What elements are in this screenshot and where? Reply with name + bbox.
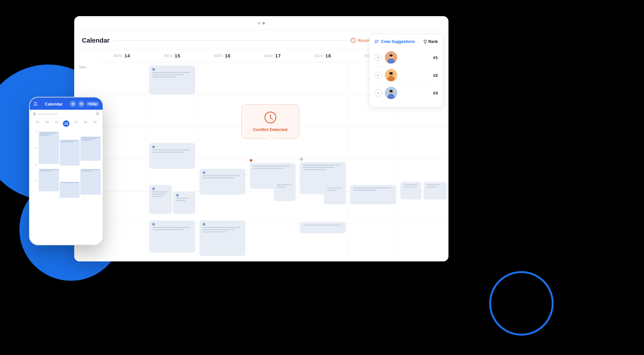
- phone-day-col-3: [80, 130, 101, 239]
- conflict-popup[interactable]: Conflict Detected: [241, 104, 299, 139]
- event-line: [353, 190, 377, 191]
- phone-event-2[interactable]: [39, 169, 59, 191]
- phone-event-5[interactable]: [80, 137, 101, 161]
- day-column-17: Conflict Detected: [248, 62, 298, 259]
- event-card-19-1[interactable]: [350, 185, 396, 204]
- crew-row-3: + #3: [375, 84, 438, 102]
- phone-day-18[interactable]: 18: [81, 120, 90, 127]
- phone-title: Calendar: [45, 102, 63, 107]
- svg-point-16: [389, 72, 393, 75]
- event-card-15-4[interactable]: [173, 191, 195, 214]
- time-label-3am: 3am: [74, 62, 97, 95]
- p-e-line: [40, 169, 58, 170]
- p-e-line: [40, 134, 54, 134]
- crew-avatar-3: [385, 87, 397, 99]
- p-e-line: [81, 169, 100, 170]
- phone-day-16-active[interactable]: 16: [62, 120, 71, 127]
- phone-day-num-17: 17: [74, 120, 77, 124]
- phone-badge-m[interactable]: M: [70, 101, 76, 107]
- rank-label-text: Rank: [428, 39, 438, 44]
- event-line: [427, 184, 440, 185]
- crew-row-1: + #1: [375, 48, 438, 66]
- p-e-line: [40, 171, 52, 171]
- event-line: [253, 166, 291, 167]
- svg-point-1: [353, 41, 354, 42]
- crew-suggestions-icon: [375, 39, 379, 44]
- day-header-month-18: NOV: [315, 54, 323, 58]
- crew-add-btn-1[interactable]: +: [375, 54, 382, 61]
- conflict-detected-label: Conflict Detected: [253, 127, 287, 132]
- p-e-line: [61, 140, 79, 141]
- event-card-20-2[interactable]: [424, 182, 447, 199]
- phone-today-badge[interactable]: Today: [86, 102, 99, 106]
- event-line: [303, 225, 341, 226]
- svg-point-9: [375, 40, 377, 42]
- phone-day-15[interactable]: 15: [52, 120, 61, 127]
- phone-week-bar: 13 14 15 16 17 18 19: [30, 118, 103, 129]
- event-line: [152, 152, 184, 153]
- phone-event-1[interactable]: [39, 132, 59, 164]
- event-line: [203, 178, 234, 178]
- window-dots: [258, 22, 265, 25]
- conflict-indicator-dot: [250, 159, 252, 162]
- crew-add-btn-3[interactable]: +: [375, 89, 382, 96]
- phone-day-13[interactable]: 13: [33, 120, 42, 127]
- event-card-15-3[interactable]: [149, 185, 172, 214]
- phone-filter-icon[interactable]: ⊞: [33, 112, 36, 116]
- phone-event-4[interactable]: [60, 182, 80, 198]
- p-e-line: [81, 140, 91, 140]
- event-card-18-3[interactable]: [300, 222, 346, 233]
- phone-badge-w[interactable]: W: [78, 101, 85, 107]
- phone-day-num-14: 14: [45, 120, 49, 124]
- event-line: [353, 188, 391, 188]
- crew-rank-1: #1: [433, 55, 438, 60]
- event-card-18-2[interactable]: [324, 185, 346, 204]
- window-dot-2: [262, 22, 265, 25]
- event-line: [303, 169, 327, 170]
- day-column-18: [298, 62, 348, 259]
- phone-filter-line: [38, 114, 57, 115]
- event-dot: [152, 68, 155, 71]
- phone-settings-icon[interactable]: ⚙: [96, 112, 99, 116]
- event-dot: [203, 223, 205, 226]
- phone-event-3[interactable]: [60, 140, 80, 166]
- day-header-nov15: NOV 15: [147, 49, 197, 62]
- day-header-nov18: NOV 18: [298, 49, 348, 62]
- event-card-15-5[interactable]: [149, 220, 195, 253]
- event-dot: [203, 171, 205, 174]
- phone-menu-icon[interactable]: ☰: [34, 101, 38, 107]
- phone-day-19[interactable]: 19: [90, 120, 99, 127]
- phone-event-6[interactable]: [80, 169, 101, 195]
- crew-rank-3: #3: [433, 91, 438, 96]
- day-header-num-16: 16: [225, 53, 231, 58]
- p-e-line: [40, 132, 58, 133]
- event-card-15-2[interactable]: [149, 143, 195, 169]
- event-line: [303, 167, 335, 168]
- rank-title: Rank: [423, 39, 438, 44]
- crew-add-btn-2[interactable]: +: [375, 72, 382, 79]
- phone-day-14[interactable]: 14: [43, 120, 52, 127]
- event-card-16-1[interactable]: [199, 169, 246, 195]
- event-card-17-2[interactable]: [274, 182, 296, 201]
- phone-day-num-19: 19: [93, 120, 96, 124]
- event-line: [152, 72, 190, 73]
- day-header-month-17: NOV: [265, 54, 273, 58]
- event-dot: [152, 223, 155, 226]
- p-e-line: [61, 182, 79, 183]
- mobile-phone: ☰ Calendar M W Today ⊞ ⚙ 13 14 15 16 17: [29, 97, 103, 245]
- phone-filter-left: ⊞: [33, 112, 57, 116]
- day-header-month-15: NOV: [164, 54, 173, 58]
- event-card-15-1[interactable]: [149, 66, 195, 95]
- event-line: [152, 149, 190, 150]
- event-line: [176, 198, 189, 199]
- event-card-20-1[interactable]: [400, 182, 421, 199]
- day-header-nov16: NOV 16: [197, 49, 247, 62]
- event-line: [203, 229, 234, 230]
- event-line: [203, 175, 240, 176]
- day-column-14: [97, 62, 147, 259]
- phone-day-17[interactable]: 17: [71, 120, 80, 127]
- event-line: [253, 168, 285, 169]
- event-line: [427, 187, 437, 188]
- event-card-16-2[interactable]: [199, 220, 246, 256]
- day-header-nov17: NOV 17: [247, 49, 298, 62]
